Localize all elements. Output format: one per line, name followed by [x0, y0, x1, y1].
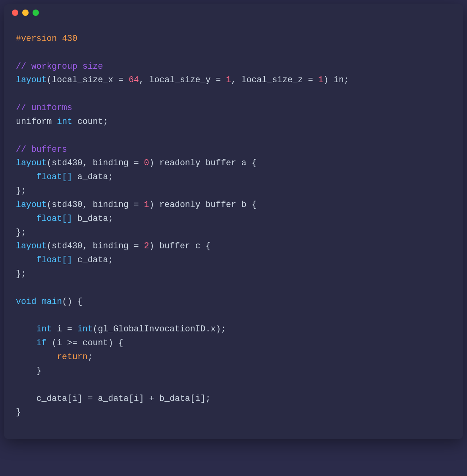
keyword-return: return	[57, 352, 87, 362]
number: 1	[318, 75, 323, 85]
comment: // buffers	[16, 145, 67, 154]
number: 64	[129, 75, 139, 85]
directive-hash: #	[16, 34, 21, 43]
titlebar	[4, 4, 463, 21]
minimize-icon[interactable]	[22, 10, 29, 16]
close-icon[interactable]	[12, 10, 18, 16]
code-area[interactable]: #version 430 // workgroup size layout(lo…	[4, 21, 463, 439]
keyword-layout: layout	[16, 75, 46, 85]
editor-window: #version 430 // workgroup size layout(lo…	[4, 4, 463, 439]
directive-keyword: version	[21, 34, 57, 43]
comment: // workgroup size	[16, 62, 103, 71]
comment: // uniforms	[16, 103, 72, 112]
number: 1	[226, 75, 231, 85]
function-name: main	[42, 297, 62, 306]
directive-value: 430	[62, 34, 77, 43]
type: int	[57, 117, 72, 126]
zoom-icon[interactable]	[33, 10, 39, 16]
